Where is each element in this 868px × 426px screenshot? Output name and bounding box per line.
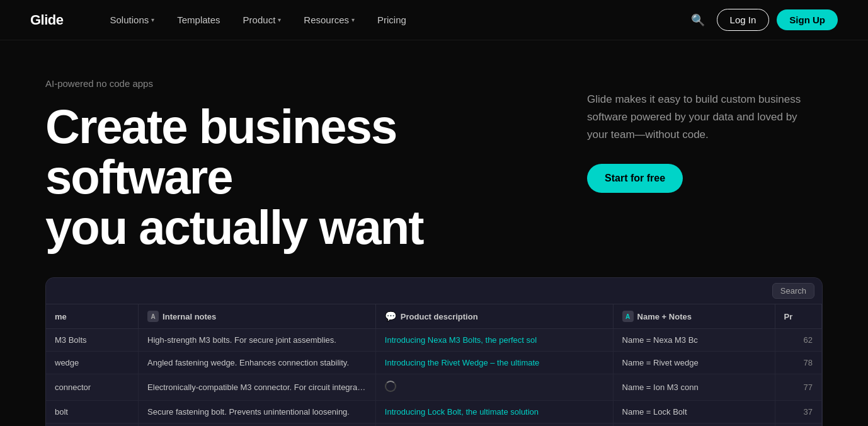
nav-actions: 🔍 Log In Sign Up (687, 9, 838, 32)
cell-notes: High-strength M3 bolts. For secure joint… (139, 329, 376, 352)
hero-left: AI-powered no code apps Create business … (45, 78, 562, 252)
col-header-description: 💬 Product description (375, 304, 613, 329)
cell-name-notes (613, 423, 775, 426)
cell-name: M3 Cap (46, 423, 139, 426)
start-free-button[interactable]: Start for free (587, 164, 683, 193)
signup-button[interactable]: Sign Up (777, 9, 838, 30)
cell-number: 37 (775, 401, 821, 423)
cell-description: Introducing Nexa M3 Bolts, the perfect s… (375, 329, 613, 352)
hero-right: Glide makes it easy to build custom busi… (562, 78, 814, 252)
cell-name: wedge (46, 352, 139, 374)
table-row: M3 Cap Protective M3 cap. Covers exposed… (46, 423, 822, 426)
hero-section: AI-powered no code apps Create business … (0, 40, 868, 252)
cell-name-notes: Name = Ion M3 conn (613, 374, 775, 401)
nav-solutions[interactable]: Solutions ▾ (101, 11, 164, 29)
cell-notes: Protective M3 cap. Covers exposed bolt e… (139, 423, 376, 426)
cell-number: 62 (775, 329, 821, 352)
nav-templates[interactable]: Templates (168, 11, 229, 29)
table-row: bolt Secure fastening bolt. Prevents uni… (46, 401, 822, 423)
nav-resources[interactable]: Resources ▾ (295, 11, 363, 29)
cell-name-notes: Name = Nexa M3 Bc (613, 329, 775, 352)
nav-product[interactable]: Product ▾ (234, 11, 290, 29)
cell-notes: Secure fastening bolt. Prevents unintent… (139, 401, 376, 423)
cell-number: 78 (775, 352, 821, 374)
cell-description (375, 423, 613, 426)
preview-topbar: Search (46, 278, 822, 304)
col-header-name: me (46, 304, 139, 329)
table-header-row: me A Internal notes 💬 Product descriptio… (46, 304, 822, 329)
loading-spinner (385, 381, 396, 392)
cell-name: bolt (46, 401, 139, 423)
cell-notes: Electronically-compatible M3 connector. … (139, 374, 376, 401)
navigation: Glide Solutions ▾ Templates Product ▾ Re… (0, 0, 868, 40)
table-row: connector Electronically-compatible M3 c… (46, 374, 822, 401)
chat-icon: 💬 (385, 311, 397, 322)
data-table: me A Internal notes 💬 Product descriptio… (46, 304, 822, 426)
cell-number (775, 423, 821, 426)
search-icon[interactable]: 🔍 (687, 9, 709, 32)
hero-title: Create business software you actually wa… (45, 101, 562, 252)
chevron-down-icon: ▾ (351, 16, 355, 23)
col-header-pr: Pr (775, 304, 821, 329)
chevron-down-icon: ▾ (278, 16, 281, 23)
cell-description: Introducing Lock Bolt, the ultimate solu… (375, 401, 613, 423)
nav-links: Solutions ▾ Templates Product ▾ Resource… (101, 11, 687, 29)
table-row: M3 Bolts High-strength M3 bolts. For sec… (46, 329, 822, 352)
cell-notes: Angled fastening wedge. Enhances connect… (139, 352, 376, 374)
chevron-down-icon: ▾ (151, 16, 154, 23)
preview-search-button[interactable]: Search (772, 283, 814, 299)
cell-name: M3 Bolts (46, 329, 139, 352)
nav-pricing[interactable]: Pricing (368, 11, 415, 29)
cell-name: connector (46, 374, 139, 401)
hero-description: Glide makes it easy to build custom busi… (587, 91, 814, 144)
table-body: M3 Bolts High-strength M3 bolts. For sec… (46, 329, 822, 426)
cell-name-notes: Name = Lock Bolt (613, 401, 775, 423)
app-preview: Search me A Internal notes 💬 Product des… (45, 277, 823, 426)
cell-description (375, 374, 613, 401)
cell-number: 77 (775, 374, 821, 401)
login-button[interactable]: Log In (717, 9, 770, 31)
table-row: wedge Angled fastening wedge. Enhances c… (46, 352, 822, 374)
col-header-notes: A Internal notes (139, 304, 376, 329)
cell-description: Introducing the Rivet Wedge – the ultima… (375, 352, 613, 374)
col-header-name-notes: A Name + Notes (613, 304, 775, 329)
brand-logo[interactable]: Glide (30, 12, 64, 28)
cell-name-notes: Name = Rivet wedge (613, 352, 775, 374)
hero-eyebrow: AI-powered no code apps (45, 78, 562, 89)
